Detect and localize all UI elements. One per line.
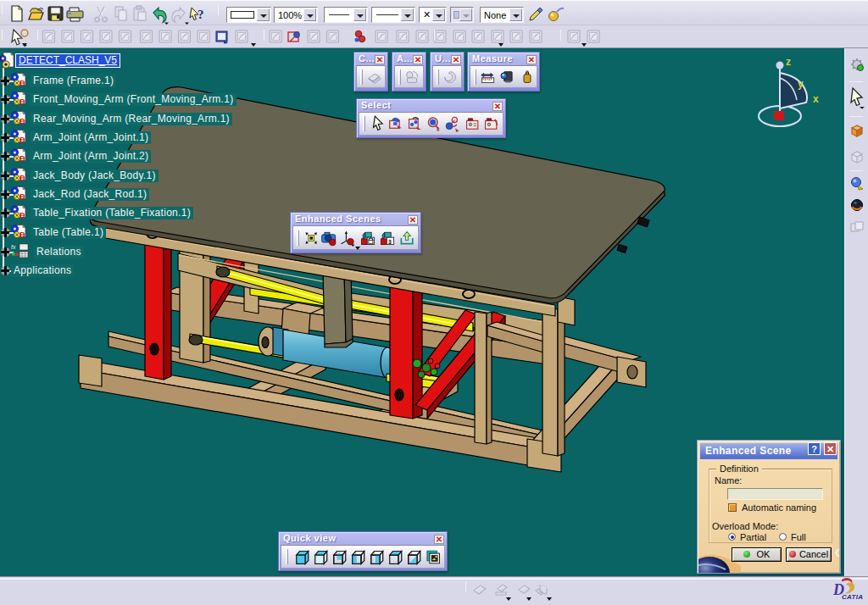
svg-text:fx: fx [11,244,16,250]
svg-text:?: ? [198,8,204,21]
svg-text:y: y [798,78,804,90]
svg-text:z: z [786,56,791,68]
svg-text:CATIA: CATIA [842,593,863,601]
svg-text:3: 3 [388,238,392,244]
svg-text:x: x [813,93,819,105]
